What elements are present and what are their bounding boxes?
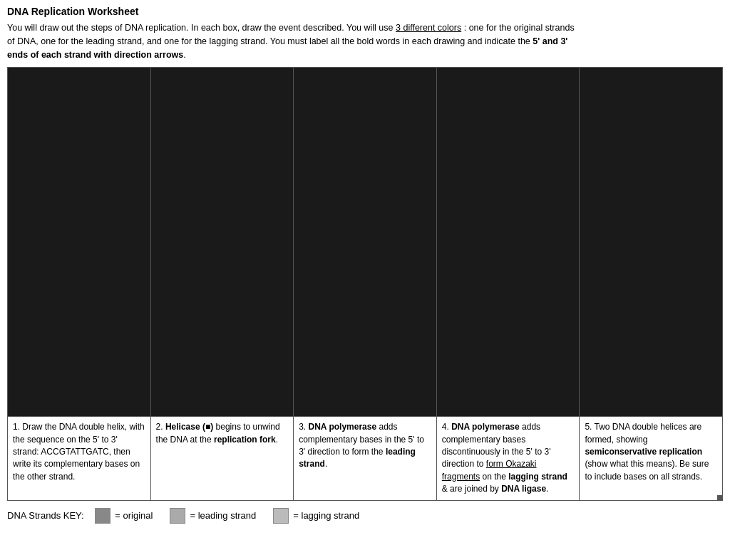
grid-container: 1. Draw the DNA double helix, with the s… xyxy=(7,67,723,500)
key-leading-box xyxy=(170,508,185,524)
label2-bold2: replication fork xyxy=(214,435,276,445)
drawing-cell-2[interactable] xyxy=(151,68,294,416)
resize-handle[interactable] xyxy=(717,495,723,501)
label5-bold1: semiconservative replication xyxy=(585,447,702,457)
page-title: DNA Replication Worksheet xyxy=(7,6,723,17)
label-cell-3: 3. DNA polymerase adds complementary bas… xyxy=(294,417,437,499)
grid-wrapper: 1. Draw the DNA double helix, with the s… xyxy=(7,67,723,500)
instructions-text2: of DNA, one for the leading strand, and … xyxy=(7,36,530,46)
label2-bold1: Helicase (■) xyxy=(165,422,213,432)
label1-text: 1. Draw the DNA double helix, with the s… xyxy=(13,422,145,482)
key-lagging-box xyxy=(273,508,289,524)
drawing-cell-5[interactable] xyxy=(580,68,722,416)
label4-bold1: DNA polymerase xyxy=(451,422,520,432)
instructions-text1b: : one for the original strands xyxy=(464,23,575,33)
key-row: DNA Strands KEY: = original = leading st… xyxy=(7,508,723,524)
label3-bold1: DNA polymerase xyxy=(309,422,377,432)
drawing-cell-3[interactable] xyxy=(294,68,437,416)
label3-period: . xyxy=(325,459,327,469)
label4-text3: & are joined by xyxy=(442,484,501,494)
key-label: DNA Strands KEY: xyxy=(7,510,84,521)
label-cell-4: 4. DNA polymerase adds complementary bas… xyxy=(437,417,580,499)
instructions-period: . xyxy=(183,50,185,60)
drawing-cell-1[interactable] xyxy=(8,68,151,416)
label4-num: 4. xyxy=(442,422,451,432)
label4-text2: on the xyxy=(480,472,508,482)
instructions: You will draw out the steps of DNA repli… xyxy=(7,21,723,61)
label5-text2: (show what this means). Be sure to inclu… xyxy=(585,459,709,481)
label2-period: . xyxy=(276,435,278,445)
label-cell-1: 1. Draw the DNA double helix, with the s… xyxy=(8,417,151,499)
drawing-cell-4[interactable] xyxy=(437,68,580,416)
label4-bold3: DNA ligase xyxy=(501,484,546,494)
instructions-bold-ends: ends of each strand with direction arrow… xyxy=(7,50,183,60)
label2-num: 2. xyxy=(156,422,165,432)
key-leading-label: = leading strand xyxy=(190,510,256,521)
instructions-text1: You will draw out the steps of DNA repli… xyxy=(7,23,394,33)
grid-label-row: 1. Draw the DNA double helix, with the s… xyxy=(8,417,722,499)
label3-num: 3. xyxy=(299,422,308,432)
label-cell-5: 5. Two DNA double helices are formed, sh… xyxy=(580,417,722,499)
key-original-box xyxy=(95,508,110,524)
grid-drawing-row xyxy=(8,68,722,417)
instructions-bold: 5' and 3' xyxy=(533,36,567,46)
key-original-label: = original xyxy=(115,510,153,521)
key-lagging-label: = lagging strand xyxy=(293,510,359,521)
instructions-underline: 3 different colors xyxy=(396,23,461,33)
label-cell-2: 2. Helicase (■) begins to unwind the DNA… xyxy=(151,417,294,499)
label4-period: . xyxy=(546,484,548,494)
label5-text1: 5. Two DNA double helices are formed, sh… xyxy=(585,422,701,444)
label4-bold2: lagging strand xyxy=(508,472,567,482)
